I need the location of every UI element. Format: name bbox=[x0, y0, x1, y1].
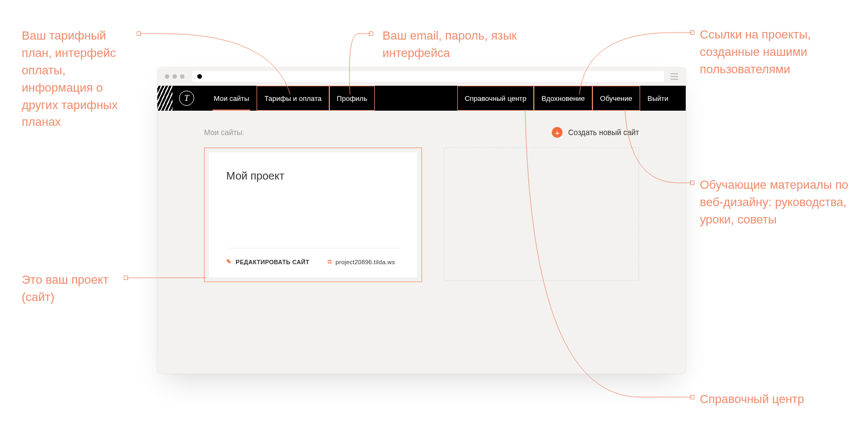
nav-tariffs[interactable]: Тарифы и оплата bbox=[257, 86, 329, 111]
address-bar[interactable] bbox=[192, 71, 664, 82]
annotation-project: Это ваш проект (сайт) bbox=[22, 271, 130, 306]
create-site-button[interactable]: + Создать новый сайт bbox=[552, 127, 639, 138]
annotation-tariff: Ваш тарифный план, интерфейс оплаты, инф… bbox=[22, 27, 125, 131]
section-title: Мои сайты: bbox=[204, 128, 244, 137]
hamburger-icon[interactable] bbox=[671, 73, 678, 80]
anchor-box bbox=[690, 30, 694, 35]
anchor-box bbox=[690, 395, 694, 399]
nav-my-sites[interactable]: Мои сайты bbox=[206, 86, 257, 111]
window-dot bbox=[180, 74, 184, 79]
annotation-profile: Ваш email, пароль, язык интерфейса bbox=[382, 27, 524, 62]
project-card[interactable]: Мой проект ✎ РЕДАКТИРОВАТЬ САЙТ ⧉ projec… bbox=[209, 152, 417, 277]
plus-icon: + bbox=[552, 127, 563, 138]
annotation-help: Справочный центр bbox=[700, 391, 841, 408]
external-link-icon: ⧉ bbox=[328, 258, 332, 265]
top-nav: T Мои сайты Тарифы и оплата Профиль Спра… bbox=[157, 86, 686, 111]
project-card-highlight: Мой проект ✎ РЕДАКТИРОВАТЬ САЙТ ⧉ projec… bbox=[204, 148, 422, 282]
nav-help-center[interactable]: Справочный центр bbox=[457, 86, 534, 111]
edit-site-label: РЕДАКТИРОВАТЬ САЙТ bbox=[235, 259, 309, 265]
anchor-box bbox=[137, 31, 141, 36]
anchor-box bbox=[124, 276, 128, 280]
nav-learning[interactable]: Обучение bbox=[592, 86, 640, 111]
annotation-inspire: Ссылки на проекты, созданные нашими поль… bbox=[700, 26, 852, 78]
nav-pattern bbox=[157, 86, 173, 111]
window-controls bbox=[165, 74, 184, 79]
empty-card-slot[interactable] bbox=[444, 148, 639, 281]
annotation-learn: Обучающие материалы по веб-дизайну: руко… bbox=[700, 176, 852, 228]
create-site-label: Создать новый сайт bbox=[568, 128, 639, 137]
project-title: Мой проект bbox=[226, 170, 400, 182]
window-dot bbox=[165, 74, 169, 79]
edit-site-link[interactable]: ✎ РЕДАКТИРОВАТЬ САЙТ bbox=[226, 258, 309, 265]
anchor-box bbox=[369, 31, 373, 36]
project-card-footer: ✎ РЕДАКТИРОВАТЬ САЙТ ⧉ project20896.tild… bbox=[226, 248, 400, 265]
browser-chrome-bar bbox=[157, 67, 686, 86]
nav-right-group: Справочный центр Вдохновение Обучение Вы… bbox=[457, 86, 686, 111]
project-url-link[interactable]: ⧉ project20896.tilda.ws bbox=[328, 258, 395, 265]
logo-icon[interactable]: T bbox=[179, 91, 194, 106]
project-url: project20896.tilda.ws bbox=[336, 259, 395, 265]
nav-logout[interactable]: Выйти bbox=[640, 86, 676, 111]
refresh-icon bbox=[196, 73, 203, 80]
nav-profile[interactable]: Профиль bbox=[329, 86, 375, 111]
nav-left-group: Мои сайты Тарифы и оплата Профиль bbox=[206, 86, 375, 111]
cards-row: Мой проект ✎ РЕДАКТИРОВАТЬ САЙТ ⧉ projec… bbox=[204, 148, 639, 282]
pencil-icon: ✎ bbox=[226, 258, 231, 265]
anchor-box bbox=[690, 181, 694, 185]
content-header: Мои сайты: + Создать новый сайт bbox=[204, 127, 639, 138]
nav-inspiration[interactable]: Вдохновение bbox=[534, 86, 592, 111]
content-area: Мои сайты: + Создать новый сайт Мой прое… bbox=[157, 111, 686, 374]
window-dot bbox=[173, 74, 177, 79]
browser-window: T Мои сайты Тарифы и оплата Профиль Спра… bbox=[157, 67, 686, 374]
